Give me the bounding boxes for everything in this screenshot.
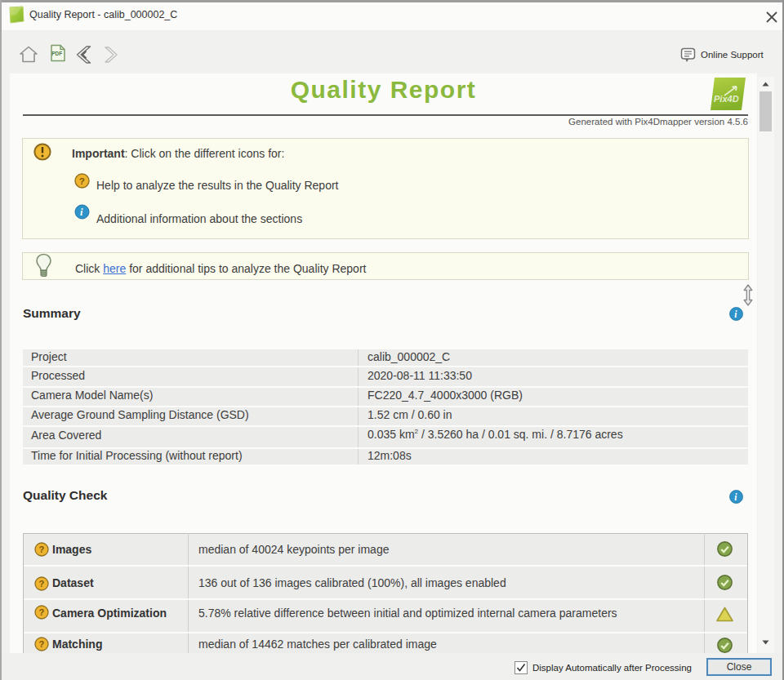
svg-text:Pix4D: Pix4D: [714, 94, 739, 104]
svg-text:?: ?: [79, 176, 85, 186]
svg-text:i: i: [80, 207, 83, 218]
svg-text:PDF: PDF: [51, 51, 62, 56]
svg-text:?: ?: [38, 544, 44, 554]
svg-text:?: ?: [38, 607, 44, 617]
svg-text:?: ?: [38, 639, 44, 649]
svg-text:?: ?: [38, 579, 44, 589]
